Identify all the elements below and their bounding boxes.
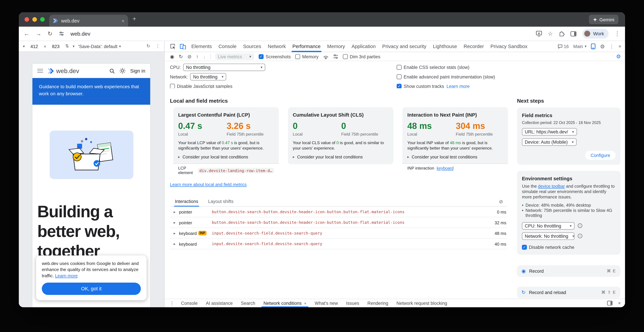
dock-side-icon[interactable]: [607, 300, 612, 306]
webdev-logo[interactable]: web.dev: [48, 67, 79, 74]
lcp-consider-toggle[interactable]: ▸ Consider your local test conditions: [178, 154, 274, 159]
drawer-menu-icon[interactable]: ⋮: [170, 300, 174, 306]
drawer-tab-console[interactable]: Console: [177, 299, 202, 307]
zoom-select-icon[interactable]: ▾: [73, 44, 74, 48]
expand-caret-icon[interactable]: ▸: [174, 231, 179, 235]
back-icon[interactable]: ←: [24, 30, 30, 37]
css-selector-stats-checkbox[interactable]: Enable CSS selector stats (slow): [396, 65, 469, 70]
search-icon[interactable]: [109, 68, 115, 74]
interaction-row[interactable]: ▸ keyboardINP input.devsite-search-field…: [170, 228, 507, 239]
inspect-element-icon[interactable]: [170, 44, 176, 49]
inp-consider-toggle[interactable]: ▸ Consider your local test conditions: [407, 154, 503, 159]
extensions-icon[interactable]: [559, 30, 565, 37]
disable-js-samples-checkbox[interactable]: Disable JavaScript samples: [170, 84, 232, 88]
lcp-element-link[interactable]: div.devsite-landing-row-item-d…: [198, 168, 274, 173]
expand-caret-icon[interactable]: ▸: [174, 210, 179, 214]
new-tab-button[interactable]: +: [132, 15, 136, 22]
interaction-target-link[interactable]: button.devsite-search-button.devsite-hea…: [212, 210, 485, 214]
dim-3rd-parties-checkbox[interactable]: Dim 3rd parties: [343, 54, 380, 59]
show-custom-tracks-checkbox[interactable]: ✓ Show custom tracks: [396, 84, 444, 88]
expand-caret-icon[interactable]: ▸: [174, 220, 179, 224]
device-toolbar-menu-icon[interactable]: ⋮: [156, 44, 160, 49]
settings-gear-icon[interactable]: ⚙: [600, 43, 605, 50]
gemini-button[interactable]: Gemini: [589, 15, 618, 24]
tab-network[interactable]: Network: [264, 41, 289, 52]
clear-interactions-icon[interactable]: ⊘: [499, 199, 503, 206]
tab-privacy-and-security[interactable]: Privacy and security: [379, 41, 430, 52]
cpu-throttling-select[interactable]: No throttling ▾: [183, 63, 266, 71]
record-and-reload-icon[interactable]: ↻: [179, 54, 183, 59]
device-badge-icon[interactable]: [591, 44, 596, 49]
tab-recorder[interactable]: Recorder: [460, 41, 487, 52]
tab-close-icon[interactable]: ×: [122, 18, 124, 23]
cls-consider-toggle[interactable]: ▸ Consider your local test conditions: [293, 154, 388, 159]
tab-sources[interactable]: Sources: [240, 41, 264, 52]
env-cpu-select[interactable]: CPU: No throttling ▾: [522, 222, 574, 229]
zoom-window-button[interactable]: [40, 17, 45, 22]
menu-icon[interactable]: [37, 68, 43, 74]
site-settings-icon[interactable]: [58, 31, 64, 36]
interaction-row[interactable]: ▸ keyboard input.devsite-search-field.de…: [170, 238, 507, 249]
screenshots-checkbox[interactable]: ✓ Screenshots: [259, 54, 291, 59]
record-icon[interactable]: ◉: [170, 54, 174, 59]
load-profile-icon[interactable]: ↑: [196, 54, 198, 59]
memory-checkbox[interactable]: Memory: [295, 54, 319, 59]
side-panel-icon[interactable]: [570, 31, 577, 36]
tab-privacy-sandbox[interactable]: Privacy Sandbox: [487, 41, 530, 52]
cookie-accept-button[interactable]: OK, got it: [42, 282, 141, 295]
cpu-info-icon[interactable]: i: [578, 224, 582, 228]
viewport-width-input[interactable]: [28, 44, 40, 48]
swap-dimensions-icon[interactable]: ⇅: [65, 44, 69, 49]
tab-elements[interactable]: Elements: [188, 41, 215, 52]
capture-settings-gear-icon[interactable]: ⚙: [616, 54, 621, 60]
drawer-tab-network-conditions[interactable]: Network conditions×: [259, 299, 310, 307]
profile-chip[interactable]: Work: [582, 29, 609, 39]
history-select[interactable]: Live metrics ▾: [215, 53, 254, 60]
tab-application[interactable]: Application: [348, 41, 379, 52]
cpu-throttle-icon[interactable]: [333, 54, 338, 59]
drawer-tab-issues[interactable]: Issues: [342, 299, 363, 307]
close-drawer-icon[interactable]: ×: [618, 300, 621, 306]
theme-toggle-icon[interactable]: [120, 68, 126, 74]
device-select-icon[interactable]: ▾: [23, 44, 25, 48]
throttling-select[interactable]: 'Save-Data': default ▾: [78, 44, 121, 48]
console-messages-count[interactable]: 16: [558, 44, 569, 49]
configure-button[interactable]: Configure: [586, 151, 616, 160]
rotate-device-icon[interactable]: ↻: [146, 44, 150, 49]
network-info-icon[interactable]: i: [578, 234, 582, 238]
browser-menu-icon[interactable]: ⋮: [614, 30, 620, 37]
execution-context-select[interactable]: Main ▾: [573, 44, 586, 49]
tab-memory[interactable]: Memory: [324, 41, 348, 52]
reload-icon[interactable]: ↻: [48, 30, 52, 37]
drawer-tab-ai-assistance[interactable]: AI assistance: [202, 299, 237, 307]
interaction-target-link[interactable]: input.devsite-search-field.devsite-searc…: [212, 231, 485, 236]
network-throttling-select[interactable]: No throttling ▾: [190, 73, 226, 80]
interaction-row[interactable]: ▸ pointer button.devsite-search-button.d…: [170, 217, 507, 228]
close-devtools-icon[interactable]: ×: [618, 44, 621, 49]
close-drawer-tab-icon[interactable]: ×: [304, 301, 306, 306]
interaction-target-link[interactable]: input.devsite-search-field.devsite-searc…: [212, 242, 485, 246]
network-throttle-icon[interactable]: [323, 54, 328, 59]
tab-performance[interactable]: Performance: [289, 41, 324, 52]
inp-keyboard-link[interactable]: keyboard: [437, 166, 454, 170]
interaction-row[interactable]: ▸ pointer button.devsite-search-button.d…: [170, 207, 507, 218]
disable-network-cache-checkbox[interactable]: ✓ Disable network cache: [522, 245, 616, 250]
field-device-select[interactable]: Device: Auto (Mobile) ▾: [522, 138, 576, 146]
tab-console[interactable]: Console: [215, 41, 240, 52]
tab-interactions[interactable]: Interactions: [175, 199, 198, 206]
metrics-learn-more-link[interactable]: Learn more about local and field metrics: [170, 182, 247, 187]
record-and-reload-button[interactable]: ↻ Record and reload ⌘ ⇧ E: [517, 286, 620, 298]
minimize-window-button[interactable]: [32, 17, 37, 22]
device-toolbar-link[interactable]: device toolbar: [538, 184, 565, 188]
env-network-select[interactable]: Network: No throttling ▾: [522, 232, 574, 240]
viewport-height-input[interactable]: [50, 44, 62, 48]
close-window-button[interactable]: [24, 17, 29, 22]
address-url[interactable]: web.dev: [70, 30, 90, 37]
devtools-menu-icon[interactable]: ⋮: [610, 44, 614, 49]
paint-instrumentation-checkbox[interactable]: Enable advanced paint instrumentation (s…: [396, 74, 495, 79]
field-url-select[interactable]: URL: https://web.dev/ ▾: [522, 128, 577, 136]
cookie-learn-more-link[interactable]: Learn more: [55, 273, 78, 278]
drawer-tab-whats-new[interactable]: What's new: [310, 299, 342, 307]
device-toolbar-toggle-icon[interactable]: [180, 44, 186, 49]
drawer-tab-search[interactable]: Search: [237, 299, 259, 307]
